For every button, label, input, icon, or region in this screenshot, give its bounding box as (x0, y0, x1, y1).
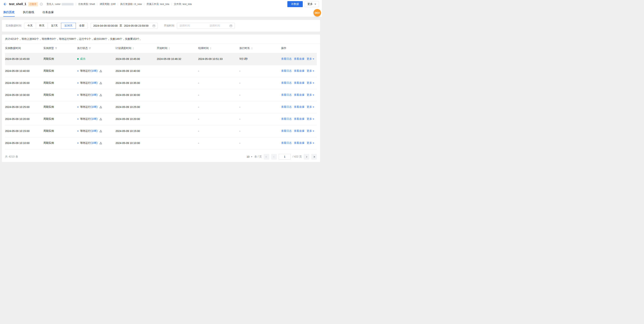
quick-range-button[interactable]: 昨天 (36, 23, 48, 29)
sort-icon[interactable] (210, 47, 212, 49)
chevron-down-icon (313, 107, 314, 108)
view-lineage-link[interactable]: 查看血缘 (294, 81, 304, 85)
warning-icon[interactable] (99, 106, 102, 108)
info-icon[interactable] (40, 3, 43, 6)
tab-execution-history[interactable]: 执行历史 (4, 8, 15, 17)
view-log-link[interactable]: 查看日志 (281, 93, 292, 97)
diagnose-link[interactable]: (诊断) (90, 141, 98, 145)
cell-plan-time: 2024-05-09 10:45:00 (116, 53, 157, 65)
view-lineage-link[interactable]: 查看血缘 (294, 117, 304, 121)
diagnose-link[interactable]: (诊断) (90, 93, 98, 97)
view-log-link[interactable]: 查看日志 (281, 69, 292, 73)
view-lineage-link[interactable]: 查看血缘 (294, 141, 304, 145)
back-arrow-icon[interactable] (3, 2, 7, 6)
tab-task-lineage[interactable]: 任务血缘 (42, 8, 54, 17)
warning-icon[interactable] (99, 70, 102, 72)
waiting-dot-icon (77, 82, 79, 84)
calendar-icon[interactable] (150, 24, 155, 27)
cell-end-time: - (198, 89, 240, 101)
view-lineage-link[interactable]: 查看血缘 (294, 129, 304, 133)
diagnose-link[interactable]: (诊断) (90, 117, 98, 121)
sort-icon[interactable] (168, 47, 170, 49)
table-row[interactable]: 2024-05-09 10:45:00周期实例成功2024-05-09 10:4… (5, 53, 317, 65)
next-page-button[interactable] (304, 154, 309, 160)
column-header: 执行时长 (240, 44, 281, 53)
first-page-button[interactable] (264, 154, 269, 160)
meta-item: 所属工作流: test_lola (146, 2, 169, 6)
cell-end-time: - (198, 65, 240, 77)
total-unit: 条 (16, 155, 18, 158)
cell-start-time (157, 77, 198, 89)
page-size-select[interactable]: 10 (246, 155, 252, 158)
row-more-link[interactable]: 更多 (307, 105, 314, 109)
filter-icon[interactable] (89, 47, 91, 49)
meta-divider (118, 3, 118, 5)
diagnose-link[interactable]: (诊断) (90, 81, 98, 85)
view-lineage-link[interactable]: 查看血缘 (294, 93, 304, 97)
quick-range-button[interactable]: 近7天 (48, 23, 61, 29)
filter-icon[interactable] (55, 47, 57, 49)
cell-instance-type: 周期实例 (44, 113, 77, 125)
prev-page-button[interactable] (271, 154, 277, 160)
row-more-link[interactable]: 更多 (307, 129, 314, 133)
warning-icon[interactable] (99, 130, 102, 133)
tab-execution-curve[interactable]: 执行曲线 (23, 8, 34, 17)
view-lineage-link[interactable]: 查看血缘 (294, 69, 304, 73)
table-row[interactable]: 2024-05-09 10:20:00周期实例等待运行(诊断)2024-05-0… (5, 113, 317, 125)
row-more-link[interactable]: 更多 (307, 141, 314, 145)
table-row[interactable]: 2024-05-09 10:35:00周期实例等待运行(诊断)2024-05-0… (5, 77, 317, 89)
cell-duration: - (240, 101, 281, 113)
more-button[interactable]: 更多 (305, 1, 319, 7)
table-row[interactable]: 2024-05-09 10:30:00周期实例等待运行(诊断)2024-05-0… (5, 89, 317, 101)
instance-table: 实例数据时间实例类型执行状态计划调度时间开始时间结束时间执行时长操作 2024-… (5, 44, 317, 149)
row-more-link[interactable]: 更多 (307, 81, 314, 85)
row-more-link[interactable]: 更多 (307, 57, 314, 61)
backfill-button[interactable]: 补数据 (287, 1, 303, 7)
warning-icon[interactable] (99, 142, 102, 145)
view-log-link[interactable]: 查看日志 (281, 141, 292, 145)
table-row[interactable]: 2024-05-09 10:40:00周期实例等待运行(诊断)2024-05-0… (5, 65, 317, 77)
start-time-placeholder: 选择时间 (179, 24, 208, 27)
date-range-picker[interactable]: 2024-04-09 00:00:00 至 2024-05-09 23:59:5… (91, 23, 158, 29)
view-log-link[interactable]: 查看日志 (281, 117, 292, 121)
diagnose-link[interactable]: (诊断) (90, 69, 98, 73)
table-row[interactable]: 2024-05-09 10:15:00周期实例等待运行(诊断)2024-05-0… (5, 125, 317, 137)
page-size-value: 10 (246, 155, 250, 158)
meta-divider (144, 3, 144, 5)
task-meta: 责任人: solor任务类型: Shell调度周期: 分钟执行资源组: r3_n… (46, 2, 192, 6)
row-more-link[interactable]: 更多 (307, 117, 314, 121)
diagnose-link[interactable]: (诊断) (90, 129, 98, 133)
cell-instance-type: 周期实例 (44, 137, 77, 149)
column-header: 操作 (281, 44, 317, 53)
row-more-link[interactable]: 更多 (307, 93, 314, 97)
quick-range-group: 今天昨天近7天近30天全部 (24, 23, 88, 29)
sort-icon[interactable] (251, 47, 253, 49)
warning-icon[interactable] (99, 94, 102, 96)
quick-range-button[interactable]: 今天 (24, 23, 36, 29)
view-log-link[interactable]: 查看日志 (281, 81, 292, 85)
quick-range-button[interactable]: 全部 (76, 23, 88, 29)
table-row[interactable]: 2024-05-09 10:25:00周期实例等待运行(诊断)2024-05-0… (5, 101, 317, 113)
cell-instance-data-time: 2024-05-09 10:45:00 (5, 53, 44, 65)
view-log-link[interactable]: 查看日志 (281, 105, 292, 109)
current-page-input[interactable] (279, 154, 291, 160)
cell-actions: 查看日志查看血缘更多 (281, 101, 317, 113)
sort-icon[interactable] (132, 47, 134, 49)
row-more-link[interactable]: 更多 (307, 69, 314, 73)
last-page-button[interactable] (311, 154, 317, 160)
view-lineage-link[interactable]: 查看血缘 (294, 57, 304, 61)
total-pages-label: / 422 页 (292, 155, 302, 158)
quick-range-button[interactable]: 近30天 (61, 23, 76, 29)
view-lineage-link[interactable]: 查看血缘 (294, 105, 304, 109)
diagnose-link[interactable]: (诊断) (90, 105, 98, 109)
cell-actions: 查看日志查看血缘更多 (281, 137, 317, 149)
calendar-icon[interactable] (227, 24, 232, 27)
warning-icon[interactable] (99, 82, 102, 84)
chevron-down-icon (251, 156, 252, 157)
start-time-picker[interactable]: 选择时间 选择时间 (177, 23, 235, 29)
view-log-link[interactable]: 查看日志 (281, 57, 292, 61)
table-row[interactable]: 2024-05-09 10:10:00周期实例等待运行(诊断)2024-05-0… (5, 137, 317, 149)
cell-start-time (157, 101, 198, 113)
warning-icon[interactable] (99, 118, 102, 120)
view-log-link[interactable]: 查看日志 (281, 129, 292, 133)
